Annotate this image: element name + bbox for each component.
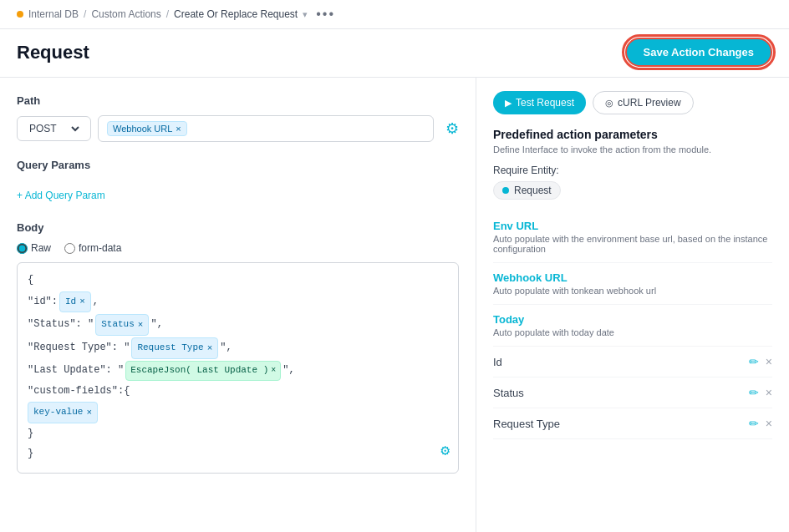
- breadcrumb-home[interactable]: Internal DB: [28, 8, 79, 20]
- body-section: Body Raw form-data { "id":: [17, 221, 459, 474]
- id-tag: Id ×: [59, 291, 91, 313]
- more-options-icon[interactable]: •••: [316, 7, 335, 22]
- escape-json-tag-remove[interactable]: ×: [271, 363, 276, 378]
- id-remove-icon[interactable]: ×: [766, 355, 772, 368]
- main-content: Path POST GET PUT DELETE PATCH Webhook U…: [0, 78, 789, 532]
- key-value-tag: key-value ×: [28, 402, 98, 423]
- today-desc: Auto populate with today date: [493, 327, 772, 337]
- code-line-1: {: [28, 271, 448, 290]
- env-url-title[interactable]: Env URL: [493, 220, 772, 232]
- form-data-radio[interactable]: [64, 243, 75, 254]
- id-field-row: Id ✏ ×: [493, 347, 772, 377]
- curl-preview-label: cURL Preview: [618, 97, 681, 109]
- today-param: Today Auto populate with today date: [493, 305, 772, 347]
- left-panel: Path POST GET PUT DELETE PATCH Webhook U…: [0, 78, 476, 532]
- test-request-label: Test Request: [516, 97, 574, 109]
- request-type-field-row: Request Type ✏ ×: [493, 408, 772, 439]
- webhook-url-param: Webhook URL Auto populate with tonkean w…: [493, 263, 772, 305]
- status-field-row: Status ✏ ×: [493, 377, 772, 408]
- breadcrumb-dot: [17, 11, 23, 18]
- request-type-remove-icon[interactable]: ×: [766, 417, 772, 430]
- save-action-changes-button[interactable]: Save Action Changes: [625, 38, 772, 67]
- id-tag-remove[interactable]: ×: [79, 297, 85, 307]
- path-section-label: Path: [17, 94, 459, 107]
- today-title[interactable]: Today: [493, 313, 772, 326]
- curl-icon: ◎: [605, 98, 613, 109]
- entity-tag: Request: [493, 181, 561, 200]
- require-entity-label: Require Entity:: [493, 165, 772, 176]
- method-select[interactable]: POST GET PUT DELETE PATCH: [17, 116, 91, 141]
- breadcrumb-section[interactable]: Custom Actions: [91, 8, 160, 20]
- curl-preview-button[interactable]: ◎ cURL Preview: [593, 91, 694, 114]
- query-params-label: Query Params: [17, 159, 459, 171]
- editor-settings-icon[interactable]: ⚙: [440, 438, 450, 464]
- predefined-title: Predefined action parameters: [493, 128, 772, 141]
- request-type-tag: Request Type ×: [131, 337, 218, 359]
- env-url-param: Env URL Auto populate with the environme…: [493, 211, 772, 263]
- page-header: Request Save Action Changes: [0, 29, 789, 78]
- body-label: Body: [17, 221, 459, 234]
- webhook-url-remove[interactable]: ×: [176, 124, 181, 134]
- env-url-desc: Auto populate with the environment base …: [493, 234, 772, 254]
- breadcrumb-current: Create Or Replace Request: [174, 8, 298, 20]
- add-query-param-button[interactable]: + Add Query Param: [17, 186, 105, 205]
- method-dropdown[interactable]: POST GET PUT DELETE PATCH: [26, 122, 82, 135]
- status-tag-remove[interactable]: ×: [138, 321, 144, 330]
- predefined-desc: Define Interface to invoke the action fr…: [493, 144, 772, 155]
- entity-value: Request: [514, 185, 552, 196]
- webhook-url-label: Webhook URL: [113, 124, 172, 134]
- breadcrumb: Internal DB / Custom Actions / Create Or…: [0, 0, 789, 29]
- code-line-2: "id": Id × ,: [28, 291, 448, 313]
- url-input-box[interactable]: Webhook URL ×: [98, 115, 434, 142]
- status-field-name: Status: [493, 387, 524, 399]
- request-type-field-name: Request Type: [493, 418, 560, 430]
- form-data-radio-label[interactable]: form-data: [64, 242, 121, 254]
- code-line-4: "Request Type": " Request Type × ",: [28, 337, 448, 359]
- code-line-8: }: [28, 425, 448, 443]
- status-remove-icon[interactable]: ×: [766, 386, 772, 399]
- action-buttons: ▶ Test Request ◎ cURL Preview: [493, 91, 772, 114]
- webhook-url-desc: Auto populate with tonkean webhook url: [493, 286, 772, 296]
- key-value-tag-remove[interactable]: ×: [86, 408, 92, 418]
- code-line-6: "custom-fields":{: [28, 383, 448, 401]
- code-line-9: }: [28, 445, 448, 464]
- breadcrumb-chevron: ▾: [303, 9, 308, 20]
- code-editor[interactable]: { "id": Id × , "Status": " Status: [17, 262, 459, 474]
- body-type-row: Raw form-data: [17, 242, 459, 254]
- test-icon: ▶: [505, 98, 512, 109]
- page-title: Request: [17, 42, 89, 63]
- webhook-url-title[interactable]: Webhook URL: [493, 271, 772, 284]
- query-params-section: Query Params + Add Query Param: [17, 159, 459, 205]
- status-tag: Status ×: [95, 314, 149, 336]
- path-row: POST GET PUT DELETE PATCH Webhook URL × …: [17, 115, 459, 142]
- escape-json-tag: EscapeJson( Last Update ) ×: [125, 361, 281, 381]
- entity-dot: [502, 187, 509, 194]
- raw-radio[interactable]: [17, 243, 28, 254]
- code-line-5: "Last Update": " EscapeJson( Last Update…: [28, 361, 448, 381]
- id-field-name: Id: [493, 356, 502, 368]
- path-settings-icon[interactable]: ⚙: [445, 119, 459, 138]
- request-type-tag-remove[interactable]: ×: [207, 344, 213, 353]
- form-data-label: form-data: [79, 242, 121, 254]
- status-edit-icon[interactable]: ✏: [749, 386, 759, 399]
- code-line-7: key-value ×: [28, 402, 448, 423]
- request-type-edit-icon[interactable]: ✏: [749, 417, 759, 430]
- right-panel: ▶ Test Request ◎ cURL Preview Predefined…: [476, 78, 789, 532]
- code-line-3: "Status": " Status × ",: [28, 314, 448, 336]
- webhook-url-tag: Webhook URL ×: [107, 121, 187, 136]
- raw-radio-label[interactable]: Raw: [17, 242, 51, 254]
- id-edit-icon[interactable]: ✏: [749, 355, 759, 368]
- test-request-button[interactable]: ▶ Test Request: [493, 91, 586, 114]
- raw-label: Raw: [31, 242, 51, 254]
